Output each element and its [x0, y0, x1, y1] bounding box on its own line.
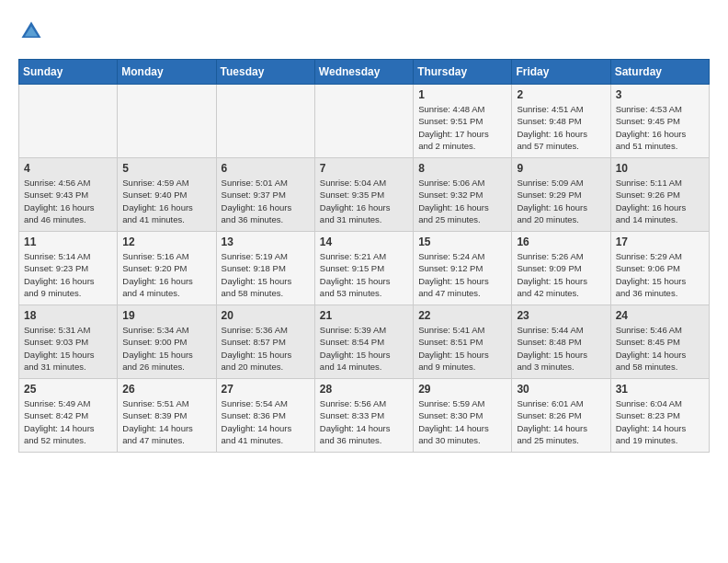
calendar-week-row: 11Sunrise: 5:14 AM Sunset: 9:23 PM Dayli…	[19, 232, 710, 305]
day-number: 10	[616, 162, 704, 175]
calendar-cell: 24Sunrise: 5:46 AM Sunset: 8:45 PM Dayli…	[610, 305, 709, 379]
day-number: 26	[122, 383, 210, 396]
day-number: 8	[418, 162, 506, 175]
calendar-cell	[118, 85, 216, 158]
day-info: Sunrise: 5:56 AM Sunset: 8:33 PM Dayligh…	[320, 397, 408, 446]
day-info: Sunrise: 5:24 AM Sunset: 9:12 PM Dayligh…	[418, 250, 506, 299]
weekday-header-monday: Monday	[118, 60, 216, 85]
calendar-cell: 23Sunrise: 5:44 AM Sunset: 8:48 PM Dayli…	[512, 305, 610, 379]
calendar-cell: 26Sunrise: 5:51 AM Sunset: 8:39 PM Dayli…	[118, 379, 216, 453]
day-info: Sunrise: 4:48 AM Sunset: 9:51 PM Dayligh…	[418, 103, 506, 152]
day-number: 1	[418, 88, 506, 101]
calendar-week-row: 4Sunrise: 4:56 AM Sunset: 9:43 PM Daylig…	[19, 158, 710, 232]
day-info: Sunrise: 5:26 AM Sunset: 9:09 PM Dayligh…	[517, 250, 605, 299]
calendar-cell: 8Sunrise: 5:06 AM Sunset: 9:32 PM Daylig…	[414, 158, 512, 232]
day-info: Sunrise: 5:09 AM Sunset: 9:29 PM Dayligh…	[517, 177, 605, 225]
calendar-cell: 2Sunrise: 4:51 AM Sunset: 9:48 PM Daylig…	[512, 85, 610, 158]
day-number: 9	[517, 162, 605, 175]
calendar-cell: 21Sunrise: 5:39 AM Sunset: 8:54 PM Dayli…	[314, 305, 413, 379]
calendar-cell: 9Sunrise: 5:09 AM Sunset: 9:29 PM Daylig…	[512, 158, 610, 232]
calendar-cell: 3Sunrise: 4:53 AM Sunset: 9:45 PM Daylig…	[610, 85, 709, 158]
day-info: Sunrise: 5:51 AM Sunset: 8:39 PM Dayligh…	[122, 397, 210, 446]
day-number: 23	[517, 309, 605, 322]
day-number: 20	[222, 309, 310, 322]
day-number: 4	[24, 162, 112, 175]
day-number: 5	[122, 162, 210, 175]
day-info: Sunrise: 5:14 AM Sunset: 9:23 PM Dayligh…	[24, 250, 112, 299]
calendar-week-row: 25Sunrise: 5:49 AM Sunset: 8:42 PM Dayli…	[19, 379, 710, 453]
day-info: Sunrise: 5:44 AM Sunset: 8:48 PM Dayligh…	[517, 324, 605, 373]
day-number: 2	[517, 88, 605, 101]
calendar-cell: 1Sunrise: 4:48 AM Sunset: 9:51 PM Daylig…	[414, 85, 512, 158]
calendar-cell: 22Sunrise: 5:41 AM Sunset: 8:51 PM Dayli…	[414, 305, 512, 379]
day-number: 6	[222, 162, 310, 175]
calendar-table: SundayMondayTuesdayWednesdayThursdayFrid…	[18, 59, 710, 453]
calendar-cell	[216, 85, 314, 158]
day-info: Sunrise: 5:06 AM Sunset: 9:32 PM Dayligh…	[418, 177, 506, 225]
calendar-cell: 6Sunrise: 5:01 AM Sunset: 9:37 PM Daylig…	[216, 158, 314, 232]
day-info: Sunrise: 4:59 AM Sunset: 9:40 PM Dayligh…	[122, 177, 210, 225]
calendar-cell: 18Sunrise: 5:31 AM Sunset: 9:03 PM Dayli…	[19, 305, 118, 379]
logo-icon	[18, 18, 44, 44]
weekday-header-row: SundayMondayTuesdayWednesdayThursdayFrid…	[19, 60, 710, 85]
day-info: Sunrise: 5:11 AM Sunset: 9:26 PM Dayligh…	[616, 177, 704, 225]
day-number: 16	[517, 236, 605, 248]
weekday-header-sunday: Sunday	[19, 60, 118, 85]
calendar-cell: 19Sunrise: 5:34 AM Sunset: 9:00 PM Dayli…	[118, 305, 216, 379]
day-info: Sunrise: 4:53 AM Sunset: 9:45 PM Dayligh…	[616, 103, 704, 152]
calendar-cell: 5Sunrise: 4:59 AM Sunset: 9:40 PM Daylig…	[118, 158, 216, 232]
day-number: 3	[616, 88, 704, 101]
weekday-header-thursday: Thursday	[414, 60, 512, 85]
day-info: Sunrise: 4:51 AM Sunset: 9:48 PM Dayligh…	[517, 103, 605, 152]
calendar-cell: 30Sunrise: 6:01 AM Sunset: 8:26 PM Dayli…	[512, 379, 610, 453]
calendar-cell: 27Sunrise: 5:54 AM Sunset: 8:36 PM Dayli…	[216, 379, 314, 453]
day-number: 29	[418, 383, 506, 396]
calendar-week-row: 1Sunrise: 4:48 AM Sunset: 9:51 PM Daylig…	[19, 85, 710, 158]
calendar-cell: 28Sunrise: 5:56 AM Sunset: 8:33 PM Dayli…	[314, 379, 413, 453]
day-number: 18	[24, 309, 112, 322]
calendar-cell: 25Sunrise: 5:49 AM Sunset: 8:42 PM Dayli…	[19, 379, 118, 453]
day-info: Sunrise: 5:04 AM Sunset: 9:35 PM Dayligh…	[320, 177, 408, 225]
calendar-cell: 31Sunrise: 6:04 AM Sunset: 8:23 PM Dayli…	[610, 379, 709, 453]
day-number: 25	[24, 383, 112, 396]
calendar-header: SundayMondayTuesdayWednesdayThursdayFrid…	[19, 60, 710, 85]
day-number: 13	[222, 236, 310, 248]
day-info: Sunrise: 5:31 AM Sunset: 9:03 PM Dayligh…	[24, 324, 112, 373]
day-number: 30	[517, 383, 605, 396]
day-info: Sunrise: 5:49 AM Sunset: 8:42 PM Dayligh…	[24, 397, 112, 446]
day-number: 21	[320, 309, 408, 322]
day-number: 15	[418, 236, 506, 248]
calendar-cell: 17Sunrise: 5:29 AM Sunset: 9:06 PM Dayli…	[610, 232, 709, 305]
weekday-header-saturday: Saturday	[610, 60, 709, 85]
calendar-cell: 16Sunrise: 5:26 AM Sunset: 9:09 PM Dayli…	[512, 232, 610, 305]
day-info: Sunrise: 6:01 AM Sunset: 8:26 PM Dayligh…	[517, 397, 605, 446]
day-info: Sunrise: 5:34 AM Sunset: 9:00 PM Dayligh…	[122, 324, 210, 373]
day-info: Sunrise: 4:56 AM Sunset: 9:43 PM Dayligh…	[24, 177, 112, 225]
weekday-header-tuesday: Tuesday	[216, 60, 314, 85]
day-info: Sunrise: 5:46 AM Sunset: 8:45 PM Dayligh…	[616, 324, 704, 373]
day-info: Sunrise: 5:41 AM Sunset: 8:51 PM Dayligh…	[418, 324, 506, 373]
day-number: 27	[222, 383, 310, 396]
day-number: 7	[320, 162, 408, 175]
calendar-cell: 4Sunrise: 4:56 AM Sunset: 9:43 PM Daylig…	[19, 158, 118, 232]
calendar-cell	[314, 85, 413, 158]
calendar-cell: 15Sunrise: 5:24 AM Sunset: 9:12 PM Dayli…	[414, 232, 512, 305]
calendar-cell: 14Sunrise: 5:21 AM Sunset: 9:15 PM Dayli…	[314, 232, 413, 305]
day-info: Sunrise: 5:29 AM Sunset: 9:06 PM Dayligh…	[616, 250, 704, 299]
page-header	[18, 18, 710, 44]
calendar-cell: 20Sunrise: 5:36 AM Sunset: 8:57 PM Dayli…	[216, 305, 314, 379]
day-info: Sunrise: 5:21 AM Sunset: 9:15 PM Dayligh…	[320, 250, 408, 299]
day-number: 14	[320, 236, 408, 248]
day-info: Sunrise: 5:16 AM Sunset: 9:20 PM Dayligh…	[122, 250, 210, 299]
weekday-header-friday: Friday	[512, 60, 610, 85]
day-info: Sunrise: 5:36 AM Sunset: 8:57 PM Dayligh…	[222, 324, 310, 373]
calendar-cell: 13Sunrise: 5:19 AM Sunset: 9:18 PM Dayli…	[216, 232, 314, 305]
day-info: Sunrise: 5:39 AM Sunset: 8:54 PM Dayligh…	[320, 324, 408, 373]
day-number: 31	[616, 383, 704, 396]
day-number: 12	[122, 236, 210, 248]
day-number: 11	[24, 236, 112, 248]
calendar-cell	[19, 85, 118, 158]
weekday-header-wednesday: Wednesday	[314, 60, 413, 85]
day-number: 19	[122, 309, 210, 322]
calendar-cell: 7Sunrise: 5:04 AM Sunset: 9:35 PM Daylig…	[314, 158, 413, 232]
